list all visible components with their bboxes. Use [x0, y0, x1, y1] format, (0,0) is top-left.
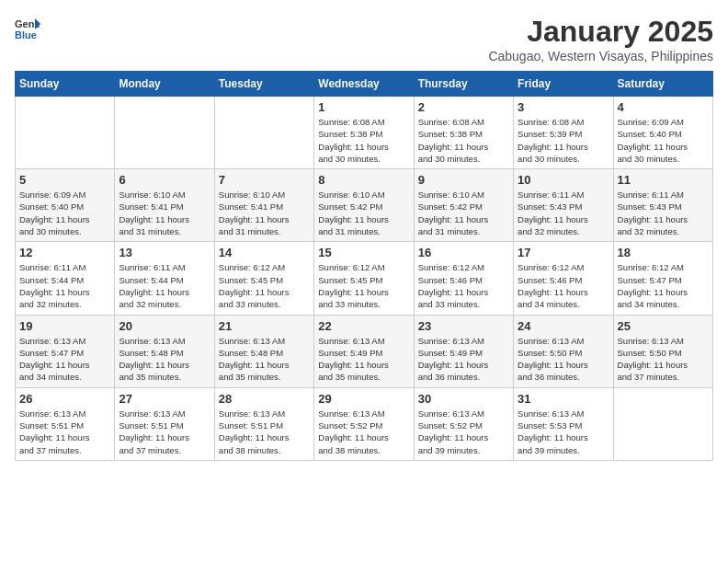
- day-number: 10: [518, 173, 609, 187]
- calendar-cell: 8Sunrise: 6:10 AM Sunset: 5:42 PM Daylig…: [314, 169, 414, 242]
- calendar-week-row: 19Sunrise: 6:13 AM Sunset: 5:47 PM Dayli…: [16, 315, 713, 387]
- logo-icon: General Blue: [15, 15, 40, 40]
- calendar-cell: 31Sunrise: 6:13 AM Sunset: 5:53 PM Dayli…: [514, 387, 613, 460]
- day-info: Sunrise: 6:13 AM Sunset: 5:48 PM Dayligh…: [119, 335, 210, 384]
- day-number: 27: [119, 392, 210, 406]
- calendar-cell: 30Sunrise: 6:13 AM Sunset: 5:52 PM Dayli…: [414, 387, 513, 460]
- day-info: Sunrise: 6:13 AM Sunset: 5:48 PM Dayligh…: [219, 335, 310, 384]
- day-info: Sunrise: 6:08 AM Sunset: 5:39 PM Dayligh…: [518, 116, 609, 165]
- calendar-cell: 29Sunrise: 6:13 AM Sunset: 5:52 PM Dayli…: [314, 387, 414, 460]
- day-number: 24: [518, 319, 609, 333]
- day-number: 2: [418, 100, 509, 114]
- day-number: 4: [618, 100, 709, 114]
- calendar-table: SundayMondayTuesdayWednesdayThursdayFrid…: [15, 71, 713, 461]
- calendar-cell: 11Sunrise: 6:11 AM Sunset: 5:43 PM Dayli…: [613, 169, 712, 242]
- day-info: Sunrise: 6:11 AM Sunset: 5:44 PM Dayligh…: [119, 261, 210, 310]
- calendar-cell: 26Sunrise: 6:13 AM Sunset: 5:51 PM Dayli…: [16, 387, 115, 460]
- day-info: Sunrise: 6:11 AM Sunset: 5:44 PM Dayligh…: [19, 261, 110, 310]
- day-info: Sunrise: 6:13 AM Sunset: 5:52 PM Dayligh…: [418, 408, 509, 456]
- weekday-header-friday: Friday: [514, 72, 613, 97]
- day-number: 26: [19, 392, 110, 406]
- day-number: 6: [119, 173, 210, 187]
- day-number: 3: [518, 100, 609, 114]
- day-number: 30: [418, 392, 509, 406]
- day-info: Sunrise: 6:13 AM Sunset: 5:50 PM Dayligh…: [518, 335, 609, 384]
- calendar-cell: 9Sunrise: 6:10 AM Sunset: 5:42 PM Daylig…: [414, 169, 513, 242]
- calendar-week-row: 1Sunrise: 6:08 AM Sunset: 5:38 PM Daylig…: [16, 97, 713, 169]
- calendar-cell: 12Sunrise: 6:11 AM Sunset: 5:44 PM Dayli…: [16, 242, 115, 315]
- calendar-cell: 10Sunrise: 6:11 AM Sunset: 5:43 PM Dayli…: [514, 169, 613, 242]
- day-number: 8: [318, 173, 409, 187]
- day-info: Sunrise: 6:13 AM Sunset: 5:53 PM Dayligh…: [518, 408, 609, 456]
- calendar-cell: [214, 97, 313, 169]
- header: General Blue January 2025 Cabugao, Weste…: [15, 15, 713, 63]
- day-number: 13: [119, 246, 210, 259]
- day-number: 17: [518, 246, 609, 259]
- logo: General Blue: [15, 15, 40, 40]
- day-number: 21: [219, 319, 310, 333]
- day-info: Sunrise: 6:13 AM Sunset: 5:51 PM Dayligh…: [119, 408, 210, 456]
- calendar-cell: [613, 387, 712, 460]
- day-number: 23: [418, 319, 509, 333]
- calendar-cell: 15Sunrise: 6:12 AM Sunset: 5:45 PM Dayli…: [314, 242, 414, 315]
- day-info: Sunrise: 6:10 AM Sunset: 5:42 PM Dayligh…: [418, 189, 509, 237]
- day-info: Sunrise: 6:13 AM Sunset: 5:49 PM Dayligh…: [318, 335, 409, 384]
- calendar-cell: 28Sunrise: 6:13 AM Sunset: 5:51 PM Dayli…: [214, 387, 313, 460]
- day-info: Sunrise: 6:10 AM Sunset: 5:41 PM Dayligh…: [219, 189, 310, 237]
- calendar-week-row: 26Sunrise: 6:13 AM Sunset: 5:51 PM Dayli…: [16, 387, 713, 460]
- day-info: Sunrise: 6:13 AM Sunset: 5:47 PM Dayligh…: [19, 335, 110, 384]
- calendar-cell: 20Sunrise: 6:13 AM Sunset: 5:48 PM Dayli…: [115, 315, 214, 387]
- weekday-header-saturday: Saturday: [613, 72, 712, 97]
- day-info: Sunrise: 6:12 AM Sunset: 5:45 PM Dayligh…: [219, 261, 310, 310]
- day-number: 7: [219, 173, 310, 187]
- day-number: 11: [618, 173, 709, 187]
- calendar-subtitle: Cabugao, Western Visayas, Philippines: [488, 49, 713, 63]
- day-info: Sunrise: 6:11 AM Sunset: 5:43 PM Dayligh…: [518, 189, 609, 237]
- day-number: 16: [418, 246, 509, 259]
- weekday-header-tuesday: Tuesday: [214, 72, 313, 97]
- day-number: 31: [518, 392, 609, 406]
- calendar-cell: [115, 97, 214, 169]
- day-number: 9: [418, 173, 509, 187]
- weekday-header-sunday: Sunday: [16, 72, 115, 97]
- day-number: 20: [119, 319, 210, 333]
- day-info: Sunrise: 6:13 AM Sunset: 5:49 PM Dayligh…: [418, 335, 509, 384]
- day-info: Sunrise: 6:12 AM Sunset: 5:46 PM Dayligh…: [518, 261, 609, 310]
- calendar-cell: 16Sunrise: 6:12 AM Sunset: 5:46 PM Dayli…: [414, 242, 513, 315]
- calendar-cell: 22Sunrise: 6:13 AM Sunset: 5:49 PM Dayli…: [314, 315, 414, 387]
- calendar-cell: 17Sunrise: 6:12 AM Sunset: 5:46 PM Dayli…: [514, 242, 613, 315]
- calendar-cell: 19Sunrise: 6:13 AM Sunset: 5:47 PM Dayli…: [16, 315, 115, 387]
- day-info: Sunrise: 6:08 AM Sunset: 5:38 PM Dayligh…: [418, 116, 509, 165]
- day-info: Sunrise: 6:13 AM Sunset: 5:52 PM Dayligh…: [318, 408, 409, 456]
- weekday-header-thursday: Thursday: [414, 72, 513, 97]
- day-info: Sunrise: 6:13 AM Sunset: 5:51 PM Dayligh…: [219, 408, 310, 456]
- day-info: Sunrise: 6:13 AM Sunset: 5:50 PM Dayligh…: [618, 335, 709, 384]
- calendar-cell: 3Sunrise: 6:08 AM Sunset: 5:39 PM Daylig…: [514, 97, 613, 169]
- title-area: January 2025 Cabugao, Western Visayas, P…: [488, 15, 713, 63]
- weekday-header-monday: Monday: [115, 72, 214, 97]
- day-number: 18: [618, 246, 709, 259]
- calendar-cell: 23Sunrise: 6:13 AM Sunset: 5:49 PM Dayli…: [414, 315, 513, 387]
- calendar-cell: 25Sunrise: 6:13 AM Sunset: 5:50 PM Dayli…: [613, 315, 712, 387]
- calendar-cell: 5Sunrise: 6:09 AM Sunset: 5:40 PM Daylig…: [16, 169, 115, 242]
- weekday-header-row: SundayMondayTuesdayWednesdayThursdayFrid…: [16, 72, 713, 97]
- calendar-cell: 6Sunrise: 6:10 AM Sunset: 5:41 PM Daylig…: [115, 169, 214, 242]
- day-number: 22: [318, 319, 409, 333]
- calendar-cell: 14Sunrise: 6:12 AM Sunset: 5:45 PM Dayli…: [214, 242, 313, 315]
- day-number: 29: [318, 392, 409, 406]
- calendar-cell: 2Sunrise: 6:08 AM Sunset: 5:38 PM Daylig…: [414, 97, 513, 169]
- day-info: Sunrise: 6:09 AM Sunset: 5:40 PM Dayligh…: [19, 189, 110, 237]
- day-info: Sunrise: 6:12 AM Sunset: 5:46 PM Dayligh…: [418, 261, 509, 310]
- day-info: Sunrise: 6:10 AM Sunset: 5:41 PM Dayligh…: [119, 189, 210, 237]
- calendar-week-row: 12Sunrise: 6:11 AM Sunset: 5:44 PM Dayli…: [16, 242, 713, 315]
- svg-text:Blue: Blue: [15, 29, 37, 40]
- day-number: 14: [219, 246, 310, 259]
- day-info: Sunrise: 6:08 AM Sunset: 5:38 PM Dayligh…: [318, 116, 409, 165]
- weekday-header-wednesday: Wednesday: [314, 72, 414, 97]
- calendar-cell: 4Sunrise: 6:09 AM Sunset: 5:40 PM Daylig…: [613, 97, 712, 169]
- day-info: Sunrise: 6:13 AM Sunset: 5:51 PM Dayligh…: [19, 408, 110, 456]
- calendar-cell: 18Sunrise: 6:12 AM Sunset: 5:47 PM Dayli…: [613, 242, 712, 315]
- calendar-cell: [16, 97, 115, 169]
- calendar-cell: 27Sunrise: 6:13 AM Sunset: 5:51 PM Dayli…: [115, 387, 214, 460]
- day-info: Sunrise: 6:12 AM Sunset: 5:45 PM Dayligh…: [318, 261, 409, 310]
